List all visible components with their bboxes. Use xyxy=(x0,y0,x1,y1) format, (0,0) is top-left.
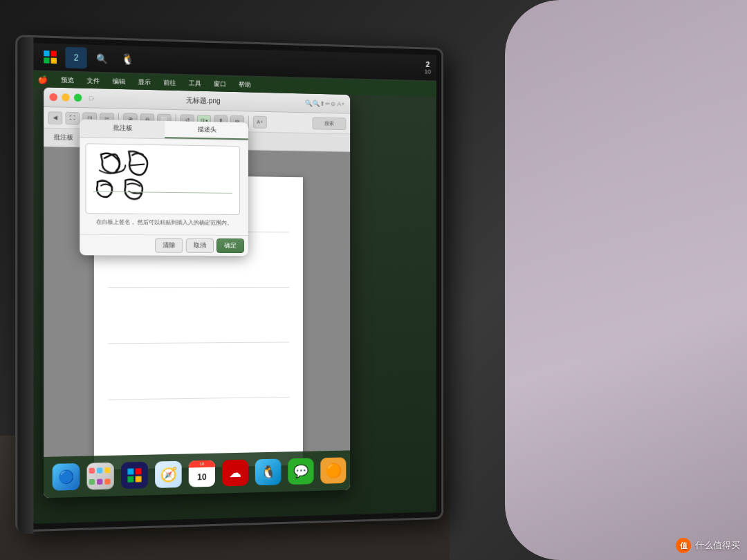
signature-svg xyxy=(86,144,239,214)
svg-rect-1 xyxy=(51,50,57,56)
windows-qq-icon[interactable]: 🐧 xyxy=(117,48,138,70)
window-minimize-button[interactable] xyxy=(62,93,69,101)
svg-rect-6 xyxy=(128,476,134,483)
svg-rect-7 xyxy=(136,476,142,482)
sig-confirm-button[interactable]: 确定 xyxy=(216,239,244,253)
menubar-help[interactable]: 帮助 xyxy=(236,80,254,91)
menubar-tools[interactable]: 工具 xyxy=(186,78,204,89)
svg-rect-3 xyxy=(51,58,57,64)
apple-menu-icon[interactable]: 🍎 xyxy=(38,75,48,84)
signature-canvas[interactable] xyxy=(85,143,239,215)
signature-hint: 在白板上签名， 然后可以粘贴到插入入的确定范围内。 xyxy=(85,218,242,227)
monitor-screen: 2 🔍 🐧 2 10 🍎 预览 文件 编辑 显示 前往 工具 窗口 帮助 xyxy=(33,43,436,523)
doc-line-3 xyxy=(109,342,290,344)
doc-line-2 xyxy=(109,287,290,288)
windows-date-display: 2 10 xyxy=(425,60,432,75)
toolbar-zoom-label-btn[interactable]: A+ xyxy=(253,115,267,128)
dock-finder-icon[interactable]: 🔵 xyxy=(51,462,82,492)
menubar-window[interactable]: 窗口 xyxy=(211,79,229,90)
windows-calendar-icon[interactable]: 2 xyxy=(65,47,86,68)
watermark-text: 什么值得买 xyxy=(695,539,740,552)
svg-rect-0 xyxy=(44,50,49,56)
menubar-preview[interactable]: 预览 xyxy=(58,75,77,86)
signature-dialog: 批注板 描述头 xyxy=(80,119,248,256)
monitor-stand-left xyxy=(17,37,33,534)
svg-rect-4 xyxy=(128,469,134,475)
sig-tab-camera[interactable]: 描述头 xyxy=(165,121,248,140)
dock-netease-icon[interactable]: ☁ xyxy=(221,458,250,488)
menubar-file[interactable]: 文件 xyxy=(84,75,102,86)
right-object xyxy=(505,0,747,560)
toolbar-select-btn[interactable]: ⛶ xyxy=(65,111,80,124)
windows-search-icon[interactable]: 🔍 xyxy=(91,48,113,69)
svg-rect-5 xyxy=(136,468,142,474)
window-close-button[interactable] xyxy=(49,93,57,102)
signature-dialog-content: 在白板上签名， 然后可以粘贴到插入入的确定范围内。 xyxy=(80,138,248,235)
doc-line-4 xyxy=(109,397,290,400)
dock-wechat-icon[interactable]: 💬 xyxy=(286,456,315,486)
window-maximize-button[interactable] xyxy=(74,94,82,102)
dock-qq-icon[interactable]: 🐧 xyxy=(254,457,283,487)
watermark: 值 什么值得买 xyxy=(676,538,740,553)
dock-clock-icon[interactable]: 🟠 xyxy=(319,456,347,485)
dock-windows-icon[interactable] xyxy=(120,460,149,491)
toolbar-search-btn[interactable]: 搜索 xyxy=(313,117,347,130)
dock-launchpad-icon[interactable] xyxy=(85,461,115,492)
preview-window: □· 无标题.png 🔍🔍⬆✏⊕ A+ ◀ ⛶ ⊡ ✂ ⊕ ⊖ ⬜ ↺ 注▾ ⬆… xyxy=(44,87,350,498)
menubar-go[interactable]: 前往 xyxy=(160,77,178,88)
windows-start-icon[interactable] xyxy=(39,46,61,68)
dock-safari-icon[interactable]: 🧭 xyxy=(154,460,183,489)
sig-tab-trackpad[interactable]: 批注板 xyxy=(80,119,165,138)
watermark-logo: 值 xyxy=(676,538,691,553)
window-title: 无标题.png xyxy=(103,93,300,108)
dock-calendar-icon[interactable]: 10 10 xyxy=(187,459,216,489)
monitor-bezel: 2 🔍 🐧 2 10 🍎 预览 文件 编辑 显示 前往 工具 窗口 帮助 xyxy=(15,35,443,532)
menubar-view[interactable]: 显示 xyxy=(136,77,154,88)
toolbar-back-btn[interactable]: ◀ xyxy=(48,111,62,124)
menubar-edit[interactable]: 编辑 xyxy=(110,76,129,87)
signature-dialog-actions: 清除 取消 确定 xyxy=(80,234,248,256)
toolbar-separator-3 xyxy=(248,115,249,128)
annotation-tab[interactable]: 批注板 xyxy=(48,131,79,144)
svg-rect-2 xyxy=(44,57,49,63)
macos-dock: 🔵 xyxy=(44,450,350,498)
sig-cancel-button[interactable]: 取消 xyxy=(186,239,214,253)
sig-clear-button[interactable]: 清除 xyxy=(155,239,183,253)
